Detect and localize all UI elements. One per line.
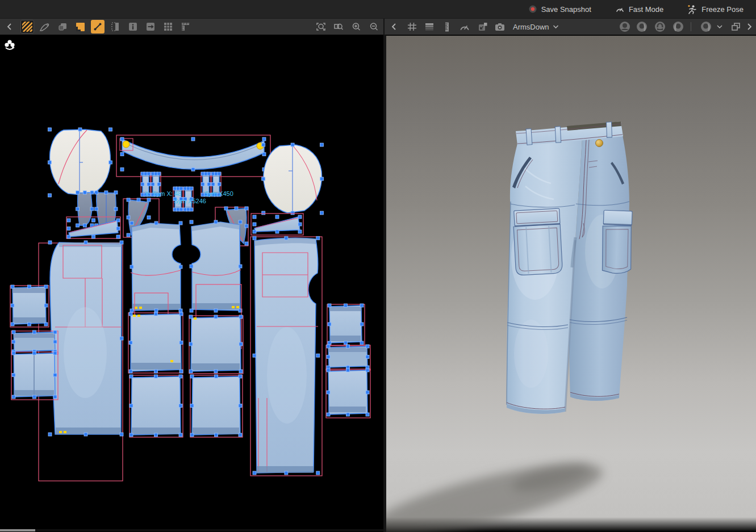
zoom-fit-button[interactable] xyxy=(314,20,328,33)
selection-handle[interactable] xyxy=(90,191,94,194)
selection-handle[interactable] xyxy=(48,433,52,436)
selection-handle[interactable] xyxy=(291,143,294,146)
selection-handle[interactable] xyxy=(239,265,242,268)
selection-handle[interactable] xyxy=(48,161,52,164)
selection-handle[interactable] xyxy=(366,391,369,394)
selection-handle[interactable] xyxy=(214,370,218,373)
selection-handle[interactable] xyxy=(239,375,242,378)
selection-handle[interactable] xyxy=(211,183,215,186)
selection-handle[interactable] xyxy=(189,315,193,319)
selection-handle[interactable] xyxy=(151,183,154,186)
pattern-piece-waist-facing-right[interactable] xyxy=(251,213,303,235)
selection-handle[interactable] xyxy=(253,471,256,475)
selection-handle[interactable] xyxy=(11,285,14,288)
selection-handle[interactable] xyxy=(44,322,48,326)
selection-handle[interactable] xyxy=(190,187,193,190)
pattern-piece-pocket-far-left-1[interactable] xyxy=(10,285,49,327)
selection-handle[interactable] xyxy=(33,351,36,355)
selection-handle[interactable] xyxy=(239,315,243,319)
pattern-piece-pocket-mid-right-lower[interactable] xyxy=(190,375,243,437)
selection-handle[interactable] xyxy=(316,354,320,357)
selection-handle[interactable] xyxy=(53,330,57,334)
selection-handle[interactable] xyxy=(114,191,118,194)
pattern-piece-back-leg-upper-left[interactable] xyxy=(130,221,182,312)
horizontal-scrollbar[interactable] xyxy=(0,529,383,531)
selection-handle[interactable] xyxy=(108,128,112,131)
selection-handle[interactable] xyxy=(53,340,57,344)
selection-handle[interactable] xyxy=(130,309,133,312)
pattern-piece-pocket-bag-left[interactable] xyxy=(48,128,112,197)
selection-handle[interactable] xyxy=(207,183,211,186)
selection-handle[interactable] xyxy=(154,433,158,437)
selection-handle[interactable] xyxy=(127,198,130,202)
selection-handle[interactable] xyxy=(239,404,242,408)
pattern-piece-back-leg-upper-right[interactable] xyxy=(190,220,242,312)
selection-handle[interactable] xyxy=(114,207,118,211)
selection-handle[interactable] xyxy=(366,368,369,372)
selection-handle[interactable] xyxy=(84,241,87,244)
selection-handle[interactable] xyxy=(147,172,151,175)
selection-handle[interactable] xyxy=(239,220,242,224)
selection-handle[interactable] xyxy=(67,227,70,231)
selection-handle[interactable] xyxy=(137,198,140,202)
selection-handle[interactable] xyxy=(53,351,57,355)
selection-handle[interactable] xyxy=(275,215,279,219)
piece-info-button[interactable] xyxy=(126,20,140,33)
selection-handle[interactable] xyxy=(127,216,130,219)
pattern-2d-canvas[interactable]: X: Sym X: 48 Sym X450 Sym X5246 xyxy=(0,35,383,532)
selection-handle[interactable] xyxy=(253,215,256,219)
selection-handle[interactable] xyxy=(95,207,98,211)
selection-handle[interactable] xyxy=(179,370,183,373)
selection-handle[interactable] xyxy=(190,309,193,312)
avatar-show-long-hair-button[interactable] xyxy=(636,20,649,33)
render-quality-button[interactable] xyxy=(423,20,436,33)
selection-handle[interactable] xyxy=(214,220,218,224)
selection-handle[interactable] xyxy=(214,315,218,319)
selection-handle[interactable] xyxy=(239,433,242,437)
selection-handle[interactable] xyxy=(130,265,133,269)
selection-handle[interactable] xyxy=(120,433,123,436)
scrollbar-thumb[interactable] xyxy=(0,529,35,531)
selection-handle[interactable] xyxy=(28,285,31,288)
selection-handle[interactable] xyxy=(120,137,124,141)
selection-handle[interactable] xyxy=(190,208,193,211)
selection-handle[interactable] xyxy=(344,304,348,307)
selection-handle[interactable] xyxy=(218,172,221,175)
collapse-right-panel-button[interactable] xyxy=(387,20,401,33)
selection-handle[interactable] xyxy=(285,236,288,240)
pattern-piece-pocket-far-right-2[interactable] xyxy=(326,368,370,418)
selection-handle[interactable] xyxy=(78,128,82,131)
selection-handle[interactable] xyxy=(129,341,132,345)
selection-handle[interactable] xyxy=(154,375,158,378)
selection-handle[interactable] xyxy=(214,309,218,312)
selection-handle[interactable] xyxy=(116,219,120,222)
selection-handle[interactable] xyxy=(360,322,364,326)
selection-handle[interactable] xyxy=(235,207,238,210)
selection-handle[interactable] xyxy=(190,433,194,437)
selection-handle[interactable] xyxy=(366,355,369,359)
avatar-show-bald-button[interactable] xyxy=(618,20,632,33)
selection-handle[interactable] xyxy=(262,153,266,156)
swatch-fill-button[interactable] xyxy=(73,20,87,33)
selection-handle[interactable] xyxy=(360,304,364,307)
transfer-arrow-button[interactable] xyxy=(144,20,157,33)
selection-handle[interactable] xyxy=(298,223,302,226)
measure-tape-button[interactable] xyxy=(440,20,454,33)
selection-handle[interactable] xyxy=(189,370,193,373)
selection-handle[interactable] xyxy=(298,215,302,219)
selection-handle[interactable] xyxy=(33,395,36,399)
garment-3d-model[interactable] xyxy=(507,122,633,414)
selection-handle[interactable] xyxy=(327,355,330,359)
zoom-out-button[interactable] xyxy=(367,20,381,33)
selection-handle[interactable] xyxy=(190,265,193,268)
selection-handle[interactable] xyxy=(33,330,36,334)
selection-handle[interactable] xyxy=(76,207,80,211)
selection-handle[interactable] xyxy=(179,341,183,345)
collapse-left-panel-button[interactable] xyxy=(3,20,16,33)
selection-handle[interactable] xyxy=(157,183,161,186)
selection-handle[interactable] xyxy=(48,241,52,244)
selection-handle[interactable] xyxy=(328,322,331,326)
selection-handle[interactable] xyxy=(346,345,350,348)
selection-handle[interactable] xyxy=(253,230,256,233)
selection-handle[interactable] xyxy=(83,191,86,194)
